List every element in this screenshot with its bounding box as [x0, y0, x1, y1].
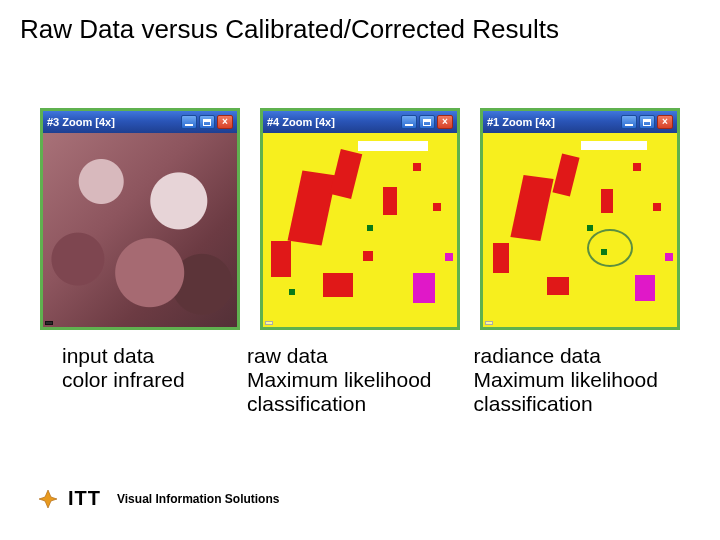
- window-frame: #3 Zoom [4x] ×: [40, 108, 240, 330]
- footer: ITT Visual Information Solutions: [38, 487, 279, 510]
- image-viewport[interactable]: [43, 133, 237, 327]
- svg-marker-0: [39, 490, 57, 508]
- panel-radiance-classification: #1 Zoom [4x] ×: [480, 108, 680, 330]
- panel-input-cir: #3 Zoom [4x] ×: [40, 108, 240, 330]
- maximize-icon[interactable]: [199, 115, 215, 129]
- close-icon[interactable]: ×: [657, 115, 673, 129]
- close-icon[interactable]: ×: [437, 115, 453, 129]
- minimize-icon[interactable]: [181, 115, 197, 129]
- close-icon[interactable]: ×: [217, 115, 233, 129]
- window-frame: #1 Zoom [4x] ×: [480, 108, 680, 330]
- cursor-coords-readout: [45, 321, 53, 325]
- slide-title: Raw Data versus Calibrated/Corrected Res…: [20, 14, 559, 45]
- window-titlebar: #4 Zoom [4x] ×: [263, 111, 457, 133]
- cursor-coords-readout: [485, 321, 493, 325]
- brand-logo-icon: [38, 489, 58, 509]
- caption-raw: raw dataMaximum likelihoodclassification: [247, 344, 473, 416]
- caption-input: input datacolor infrared: [40, 344, 247, 416]
- minimize-icon[interactable]: [401, 115, 417, 129]
- minimize-icon[interactable]: [621, 115, 637, 129]
- maximize-icon[interactable]: [419, 115, 435, 129]
- brand-tagline: Visual Information Solutions: [117, 492, 279, 506]
- brand-name: ITT: [68, 487, 101, 510]
- caption-row: input datacolor infrared raw dataMaximum…: [40, 344, 700, 416]
- annotation-circle: [587, 229, 633, 267]
- window-title-text: #3 Zoom [4x]: [47, 116, 179, 128]
- cursor-coords-readout: [265, 321, 273, 325]
- window-titlebar: #3 Zoom [4x] ×: [43, 111, 237, 133]
- window-frame: #4 Zoom [4x] ×: [260, 108, 460, 330]
- panel-row: #3 Zoom [4x] × #4 Zoom [4x] ×: [40, 108, 680, 330]
- window-title-text: #1 Zoom [4x]: [487, 116, 619, 128]
- image-viewport[interactable]: [483, 133, 677, 327]
- panel-raw-classification: #4 Zoom [4x] ×: [260, 108, 460, 330]
- image-viewport[interactable]: [263, 133, 457, 327]
- maximize-icon[interactable]: [639, 115, 655, 129]
- window-titlebar: #1 Zoom [4x] ×: [483, 111, 677, 133]
- caption-radiance: radiance dataMaximum likelihoodclassific…: [474, 344, 700, 416]
- window-title-text: #4 Zoom [4x]: [267, 116, 399, 128]
